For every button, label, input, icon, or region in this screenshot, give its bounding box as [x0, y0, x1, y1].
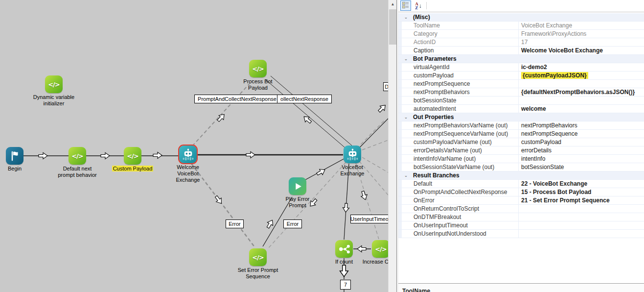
edge-label-dt-2: DT — [383, 82, 388, 91]
property-grid: ⌄(Misc)ToolNameVoiceBot ExchangeCategory… — [398, 13, 644, 238]
node-welcome-voicebot-exchange[interactable]: Welcome VoiceBot Exchange — [179, 146, 197, 163]
property-value[interactable] — [518, 213, 644, 221]
flow-arrow-icon — [39, 153, 47, 159]
section-title: Bot Parameters — [413, 55, 457, 62]
flag-icon — [6, 147, 23, 165]
property-value[interactable]: nextPromptBehaviors — [518, 122, 644, 129]
property-value[interactable]: welcome — [518, 105, 644, 113]
flow-arrow-icon — [153, 152, 162, 159]
property-row-nextpromptbehaviors[interactable]: nextPromptBehaviors{defaultNextPromptBeh… — [398, 88, 644, 97]
chevron-down-icon: ⌄ — [402, 114, 410, 121]
property-value[interactable] — [518, 205, 644, 213]
alphabetical-sort-button[interactable]: A Z ↓ — [413, 0, 424, 11]
property-row-nextpromptbehaviorsvarname-out[interactable]: nextPromptBehaviorsVarName (out)nextProm… — [398, 122, 644, 130]
section-header-bot-parameters[interactable]: ⌄Bot Parameters — [398, 55, 644, 63]
property-row-ondtmfbreakout[interactable]: OnDTMFBreakout — [398, 213, 644, 221]
bot-icon — [179, 146, 197, 163]
node-default-next-prompt-behavior[interactable]: </>Default next prompt behavior — [69, 147, 86, 165]
code-glyph: </> — [252, 254, 264, 261]
property-value[interactable]: Welcome VoiceBot Exchange — [518, 47, 644, 54]
node-set-error-prompt-sequence[interactable]: </>Set Error Prompt Sequence — [249, 248, 267, 266]
property-value[interactable] — [518, 97, 644, 104]
property-label: Caption — [414, 47, 518, 54]
property-row-onpromptandcollectnextresponse[interactable]: OnPromptAndCollectNextResponse15 - Proce… — [398, 188, 644, 196]
categorized-view-button[interactable] — [400, 0, 411, 11]
property-label: nextPromptSequence — [414, 80, 518, 87]
properties-toolbar: A Z ↓ — [398, 0, 644, 12]
edge-label-userinputtimeout-5: UserInputTimeout — [350, 215, 388, 223]
property-value[interactable]: 22 - VoiceBot Exchange — [518, 180, 644, 188]
property-row-actionid[interactable]: ActionID17 — [398, 38, 644, 47]
node-process-bot-payload[interactable]: </>Process Bot Payload — [249, 60, 267, 77]
property-row-custompayload[interactable]: customPayload{customPayloadJSON} — [398, 72, 644, 80]
node-label: Process Bot Payload — [237, 78, 279, 91]
property-value[interactable] — [518, 80, 644, 88]
categorized-icon — [402, 1, 409, 10]
property-row-nextpromptsequence[interactable]: nextPromptSequence — [398, 80, 644, 88]
node-dynamic-variable-initializer[interactable]: </>Dynamic variable initializer — [45, 75, 63, 93]
property-value[interactable]: {defaultNextPromptBehaviors.asJSON()} — [518, 88, 644, 96]
property-value[interactable]: VoiceBot Exchange — [518, 22, 644, 29]
property-value[interactable]: 15 - Process Bot Payload — [518, 188, 644, 196]
property-value[interactable]: Framework\ProxyActions — [518, 30, 644, 38]
property-row-intentinfovarname-out[interactable]: intentInfoVarName (out)intentInfo — [398, 155, 644, 163]
node-increase-count[interactable]: </>Increase Count — [372, 240, 388, 258]
node-label: Dynamic variable initializer — [33, 94, 75, 107]
code-icon: </> — [249, 248, 267, 266]
property-value[interactable] — [518, 221, 644, 229]
code-icon: </> — [45, 75, 63, 93]
section-title: Result Branches — [413, 172, 460, 179]
node-label: Begin — [0, 166, 36, 172]
property-value[interactable]: errorDetails — [518, 146, 644, 154]
property-row-onreturncontroltoscript[interactable]: OnReturnControlToScript — [398, 205, 644, 213]
canvas-vertical-scrollbar[interactable]: ▲ — [388, 0, 397, 292]
property-value[interactable]: ic-demo2 — [518, 63, 644, 71]
property-row-onuserinputnotunderstood[interactable]: OnUserInputNotUnderstood — [398, 230, 644, 238]
code-glyph: </> — [127, 152, 138, 160]
chevron-down-icon: ⌄ — [402, 14, 410, 21]
property-value[interactable]: botSessionState — [518, 163, 644, 171]
property-row-toolname[interactable]: ToolNameVoiceBot Exchange — [398, 22, 644, 30]
property-value[interactable]: 21 - Set Error Prompt Sequence — [518, 196, 644, 204]
property-row-nextpromptsequencevarname-out[interactable]: nextPromptSequenceVarName (out)nextPromp… — [398, 130, 644, 138]
node-begin[interactable]: Begin — [6, 147, 23, 165]
section-header-out-properties[interactable]: ⌄Out Properties — [398, 113, 644, 122]
property-value[interactable] — [518, 230, 644, 238]
property-row-caption[interactable]: CaptionWelcome VoiceBot Exchange — [398, 47, 644, 55]
node-custom-payload[interactable]: </>Custom Payload — [124, 147, 141, 165]
sort-alphabetical-icon: A Z ↓ — [415, 2, 422, 10]
property-row-botsessionstate[interactable]: botSessionState — [398, 97, 644, 105]
property-row-errordetailsvarname-out[interactable]: errorDetailsVarName (out)errorDetails — [398, 146, 644, 155]
scroll-up-icon[interactable]: ▲ — [389, 0, 397, 8]
property-row-automatedintent[interactable]: automatedIntentwelcome — [398, 105, 644, 113]
property-value[interactable]: intentInfo — [518, 155, 644, 163]
property-label: nextPromptSequenceVarName (out) — [414, 130, 518, 137]
property-row-default[interactable]: Default22 - VoiceBot Exchange — [398, 180, 644, 188]
edge-label-promptandcollectnextresponse-0: PromptAndCollectNextResponse — [194, 95, 280, 103]
property-value[interactable]: {customPayloadJSON} — [518, 72, 644, 79]
property-label: OnUserInputNotUnderstood — [414, 230, 518, 237]
property-row-virtualagentid[interactable]: virtualAgentIdic-demo2 — [398, 63, 644, 72]
edge-label-7-6: 7 — [340, 280, 351, 290]
property-row-onerror[interactable]: OnError21 - Set Error Prompt Sequence — [398, 196, 644, 205]
node-voicebot-exchange[interactable]: VoiceBot Exchange — [344, 146, 361, 163]
property-value[interactable]: 17 — [518, 38, 644, 46]
node-if-count[interactable]: If count — [335, 240, 353, 258]
flow-arrow-icon — [360, 190, 368, 200]
property-row-custompayloadvarname-out[interactable]: customPayloadVarName (out)customPayload — [398, 138, 644, 146]
property-row-onuserinputtimeout[interactable]: OnUserInputTimeout — [398, 221, 644, 230]
property-value[interactable]: nextPromptSequence — [518, 130, 644, 138]
property-value[interactable]: customPayload — [518, 138, 644, 146]
flow-arrow-icon — [377, 103, 388, 114]
property-row-category[interactable]: CategoryFramework\ProxyActions — [398, 30, 644, 38]
scrollbar-thumb[interactable] — [389, 9, 396, 45]
property-label: botSessionState — [414, 97, 518, 104]
flow-canvas[interactable]: Begin</>Dynamic variable initializer</>D… — [0, 0, 388, 292]
node-label: VoiceBot Exchange — [331, 164, 373, 177]
property-row-botsessionstatevarname-out[interactable]: botSessionStateVarName (out)botSessionSt… — [398, 163, 644, 171]
chevron-down-icon: ⌄ — [402, 172, 410, 179]
section-header-misc[interactable]: ⌄(Misc) — [398, 13, 644, 22]
section-header-result-branches[interactable]: ⌄Result Branches — [398, 171, 644, 180]
code-glyph: </> — [71, 152, 83, 160]
node-play-error-prompt[interactable]: Play Error Prompt — [289, 177, 306, 195]
